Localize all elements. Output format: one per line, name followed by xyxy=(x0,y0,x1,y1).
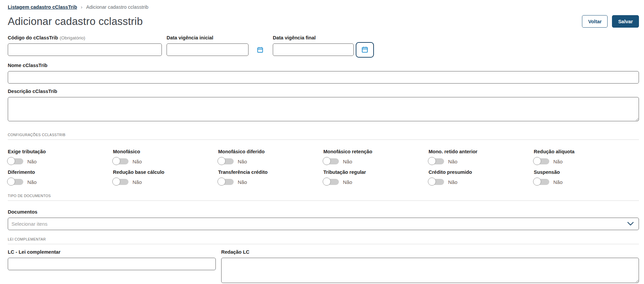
toggle-reducao-base-calculo[interactable]: Não xyxy=(113,179,211,185)
toggle-knob xyxy=(533,178,541,186)
toggle-knob xyxy=(217,157,226,165)
toggle-label: Diferimento xyxy=(8,169,106,175)
section-lei-complementar-title: LEI COMPLEMENTAR xyxy=(8,237,46,241)
toggle-field-tributacao-regular: Tributação regular Não xyxy=(323,169,429,187)
toggle-transferencia-credito[interactable]: Não xyxy=(218,179,317,185)
toggle-label: Crédito presumido xyxy=(429,169,527,175)
chevron-down-icon xyxy=(627,221,634,227)
toggle-field-mono-retido-anterior: Mono. retido anterior Não xyxy=(429,149,534,166)
page-header: Adicionar cadastro cclasstrib Voltar Sal… xyxy=(8,15,639,28)
toggle-suspensao[interactable]: Não xyxy=(534,179,632,185)
toggle-label: Redução base cálculo xyxy=(113,169,211,175)
toggle-grid: Exige tributação Não Monofásico Não Mono… xyxy=(8,149,639,187)
toggle-track xyxy=(429,158,444,164)
toggle-track xyxy=(534,158,549,164)
toggle-label: Monofásico retenção xyxy=(323,149,422,154)
toggle-track xyxy=(218,158,234,164)
documentos-placeholder: Selecionar itens xyxy=(11,221,48,227)
toggle-knob xyxy=(7,157,15,165)
toggle-track xyxy=(323,158,339,164)
calendar-icon xyxy=(361,46,369,54)
toggle-monofasico-diferido[interactable]: Não xyxy=(218,158,317,164)
toggle-label: Suspensão xyxy=(534,169,632,175)
codigo-label-text: Código do cClassTrib xyxy=(8,35,58,40)
breadcrumb-current: Adicionar cadastro cclasstrib xyxy=(86,4,149,10)
toggle-track xyxy=(534,179,549,185)
section-tipo-documentos: TIPO DE DOCUMENTOS xyxy=(8,192,639,201)
toggle-track xyxy=(323,179,339,185)
nome-input[interactable] xyxy=(8,71,639,84)
calendar-icon[interactable] xyxy=(257,46,264,53)
toggle-exige-tributacao[interactable]: Não xyxy=(8,158,106,164)
section-configuracoes-title: CONFIGURAÇÕES CCLASSTRIB xyxy=(8,133,65,137)
field-data-vigencia-final: Data vigência final xyxy=(273,35,374,58)
toggle-diferimento[interactable]: Não xyxy=(8,179,106,185)
toggle-monofasico[interactable]: Não xyxy=(113,158,211,164)
toggle-field-transferencia-credito: Transferência crédito Não xyxy=(218,169,323,187)
toggle-knob xyxy=(323,157,331,165)
toggle-tributacao-regular[interactable]: Não xyxy=(323,179,422,185)
breadcrumb: Listagem cadastro cClassTrib › Adicionar… xyxy=(8,4,639,10)
toggle-field-suspensao: Suspensão Não xyxy=(534,169,639,187)
breadcrumb-link-listagem[interactable]: Listagem cadastro cClassTrib xyxy=(8,4,77,10)
toggle-field-reducao-base-calculo: Redução base cálculo Não xyxy=(113,169,218,187)
toggle-mono-retido-anterior[interactable]: Não xyxy=(429,158,527,164)
lc-input[interactable] xyxy=(8,258,216,270)
descricao-textarea[interactable] xyxy=(8,97,639,121)
data-final-input[interactable] xyxy=(273,43,354,56)
toggle-state-label: Não xyxy=(133,159,142,164)
toggle-field-credito-presumido: Crédito presumido Não xyxy=(429,169,534,187)
section-lei-complementar: LEI COMPLEMENTAR xyxy=(8,236,639,244)
toggle-knob xyxy=(323,178,331,186)
page: Listagem cadastro cClassTrib › Adicionar… xyxy=(0,0,644,284)
data-final-label: Data vigência final xyxy=(273,35,374,40)
calendar-button[interactable] xyxy=(356,42,374,58)
toggle-knob xyxy=(217,178,226,186)
toggle-track xyxy=(8,179,23,185)
data-inicial-label: Data vigência inicial xyxy=(167,35,264,40)
toggle-knob xyxy=(428,178,436,186)
toggle-field-monofasico-diferido: Monofásico diferido Não xyxy=(218,149,323,166)
form-row-lei-complementar: LC - Lei complementar Redação LC xyxy=(8,249,639,284)
chevron-right-icon: › xyxy=(81,4,83,10)
header-actions: Voltar Salvar xyxy=(582,15,639,28)
toggle-monofasico-retencao[interactable]: Não xyxy=(323,158,422,164)
salvar-button[interactable]: Salvar xyxy=(612,15,639,28)
toggle-state-label: Não xyxy=(238,159,247,164)
codigo-required-hint: (Obrigatório) xyxy=(60,35,85,40)
documentos-select[interactable]: Selecionar itens xyxy=(8,218,639,230)
toggle-credito-presumido[interactable]: Não xyxy=(429,179,527,185)
field-data-vigencia-inicial: Data vigência inicial xyxy=(167,35,264,58)
toggle-state-label: Não xyxy=(343,179,352,185)
redacao-lc-textarea[interactable] xyxy=(221,258,639,283)
toggle-reducao-aliquota[interactable]: Não xyxy=(534,158,632,164)
redacao-lc-label: Redação LC xyxy=(221,249,639,255)
form-row-dates: Código do cClassTrib(Obrigatório) Data v… xyxy=(8,35,639,58)
toggle-state-label: Não xyxy=(343,159,352,164)
codigo-label: Código do cClassTrib(Obrigatório) xyxy=(8,35,162,40)
toggle-state-label: Não xyxy=(27,179,37,185)
toggle-track xyxy=(113,158,128,164)
data-inicial-input[interactable] xyxy=(167,43,248,56)
toggle-label: Monofásico diferido xyxy=(218,149,317,154)
field-descricao: Descrição cClassTrib xyxy=(8,89,639,123)
toggle-knob xyxy=(428,157,436,165)
toggle-track xyxy=(113,179,128,185)
documentos-label: Documentos xyxy=(8,209,639,215)
toggle-label: Exige tributação xyxy=(8,149,106,154)
toggle-state-label: Não xyxy=(448,159,458,164)
field-redacao-lc: Redação LC xyxy=(221,249,639,284)
toggle-state-label: Não xyxy=(448,179,458,185)
field-codigo: Código do cClassTrib(Obrigatório) xyxy=(8,35,162,58)
toggle-state-label: Não xyxy=(553,179,563,185)
toggle-label: Redução alíquota xyxy=(534,149,632,154)
codigo-input[interactable] xyxy=(8,43,162,56)
section-tipo-documentos-title: TIPO DE DOCUMENTOS xyxy=(8,194,51,198)
voltar-button[interactable]: Voltar xyxy=(582,15,608,28)
toggle-label: Mono. retido anterior xyxy=(429,149,527,154)
toggle-knob xyxy=(7,178,15,186)
toggle-field-monofasico-retencao: Monofásico retenção Não xyxy=(323,149,429,166)
toggle-track xyxy=(218,179,234,185)
toggle-track xyxy=(8,158,23,164)
toggle-field-exige-tributacao: Exige tributação Não xyxy=(8,149,113,166)
